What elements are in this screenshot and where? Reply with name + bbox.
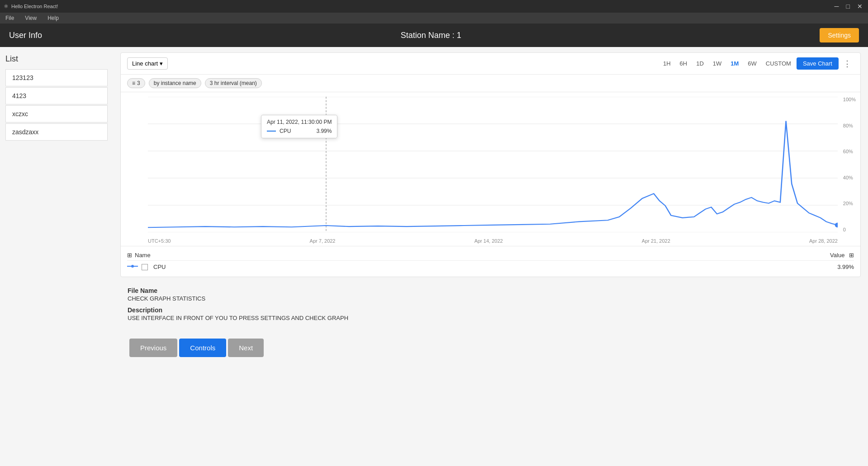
time-6h-button[interactable]: 6H	[676, 58, 691, 69]
filter-icon: ≡	[132, 80, 135, 86]
filter-interval-label: 3 hr interval (mean)	[210, 80, 257, 86]
time-1h-button[interactable]: 1H	[659, 58, 674, 69]
x-axis-labels: UTC+5:30 Apr 7, 2022 Apr 14, 2022 Apr 21…	[148, 238, 838, 244]
legend-cpu-value: 3.99%	[837, 264, 854, 270]
legend-name-header: Name	[135, 252, 151, 259]
filter-instance-label: by instance name	[154, 80, 196, 86]
y-axis-labels: 100% 80% 60% 40% 20% 0	[843, 97, 856, 232]
menu-file[interactable]: File	[4, 14, 16, 22]
chevron-down-icon: ▾	[160, 60, 163, 67]
filter-count-chip[interactable]: ≡ 3	[127, 78, 145, 88]
legend-cpu-label: CPU	[153, 264, 166, 270]
svg-point-7	[835, 223, 838, 228]
save-chart-button[interactable]: Save Chart	[797, 57, 839, 70]
next-button[interactable]: Next	[228, 339, 264, 357]
file-name-label: File Name	[128, 287, 854, 294]
svg-point-9	[131, 265, 134, 268]
filter-count: 3	[137, 80, 140, 86]
controls-button[interactable]: Controls	[179, 339, 226, 357]
legend-header: ⊞ Name Value ⊞	[127, 250, 854, 261]
menu-view[interactable]: View	[23, 14, 38, 22]
legend-value-header: Value ⊞	[830, 252, 854, 259]
chart-svg	[148, 97, 838, 232]
titlebar-controls: ─ □ ✕	[833, 3, 864, 10]
close-button[interactable]: ✕	[855, 3, 864, 10]
legend-columns-icon: ⊞	[849, 252, 854, 259]
legend-checkbox[interactable]	[142, 264, 148, 270]
legend-item: CPU 3.99%	[127, 261, 854, 273]
station-name: Station Name : 1	[401, 31, 461, 40]
filter-interval-chip[interactable]: 3 hr interval (mean)	[205, 78, 262, 88]
app-icon: ⚛	[4, 3, 9, 9]
file-name-value: CHECK GRAPH STATISTICS	[128, 295, 854, 302]
list-item[interactable]: zasdzaxx	[5, 123, 108, 141]
time-custom-button[interactable]: CUSTOM	[762, 58, 795, 69]
main-content: List 123123 4123 xczxc zasdzaxx Line cha…	[0, 47, 868, 466]
titlebar: ⚛ Hello Electron React! ─ □ ✕	[0, 0, 868, 13]
list-item[interactable]: 4123	[5, 87, 108, 104]
list-item[interactable]: xczxc	[5, 105, 108, 122]
time-1m-button[interactable]: 1M	[727, 58, 742, 69]
sidebar: List 123123 4123 xczxc zasdzaxx	[0, 47, 113, 466]
list-title: List	[5, 54, 108, 64]
legend-grid-icon: ⊞	[127, 252, 132, 259]
chart-legend: ⊞ Name Value ⊞ CPU	[121, 246, 860, 277]
previous-button[interactable]: Previous	[129, 339, 177, 357]
description-value: USE INTERFACE IN FRONT OF YOU TO PRESS S…	[128, 315, 854, 321]
restore-button[interactable]: □	[844, 3, 852, 10]
legend-line-icon	[127, 264, 138, 270]
time-range-group: 1H 6H 1D 1W 1M 6W CUSTOM Save Chart ⋮	[659, 57, 854, 70]
titlebar-title: Hello Electron React!	[11, 4, 58, 9]
time-1w-button[interactable]: 1W	[709, 58, 726, 69]
file-info: File Name CHECK GRAPH STATISTICS Descrip…	[120, 282, 861, 326]
header-center: Station Name : 1	[42, 31, 820, 40]
chart-card: Line chart ▾ 1H 6H 1D 1W 1M 6W CUSTOM Sa…	[120, 52, 861, 277]
app-header: User Info Station Name : 1 Settings	[0, 24, 868, 47]
bottom-nav: Previous Controls Next	[120, 331, 861, 364]
page-title: User Info	[9, 31, 42, 40]
chart-graph: 100% 80% 60% 40% 20% 0	[121, 92, 860, 246]
more-options-button[interactable]: ⋮	[840, 58, 854, 70]
list-item[interactable]: 123123	[5, 69, 108, 86]
filter-bar: ≡ 3 by instance name 3 hr interval (mean…	[121, 75, 860, 92]
time-1d-button[interactable]: 1D	[693, 58, 707, 69]
chart-type-button[interactable]: Line chart ▾	[127, 57, 168, 70]
minimize-button[interactable]: ─	[833, 3, 841, 10]
chart-area: Line chart ▾ 1H 6H 1D 1W 1M 6W CUSTOM Sa…	[113, 47, 868, 466]
settings-button[interactable]: Settings	[820, 28, 859, 42]
menu-help[interactable]: Help	[46, 14, 61, 22]
description-label: Description	[128, 306, 854, 314]
filter-instance-chip[interactable]: by instance name	[149, 78, 201, 88]
menubar: File View Help	[0, 13, 868, 24]
time-6w-button[interactable]: 6W	[744, 58, 760, 69]
chart-type-label: Line chart	[132, 60, 158, 67]
chart-toolbar: Line chart ▾ 1H 6H 1D 1W 1M 6W CUSTOM Sa…	[121, 53, 860, 75]
